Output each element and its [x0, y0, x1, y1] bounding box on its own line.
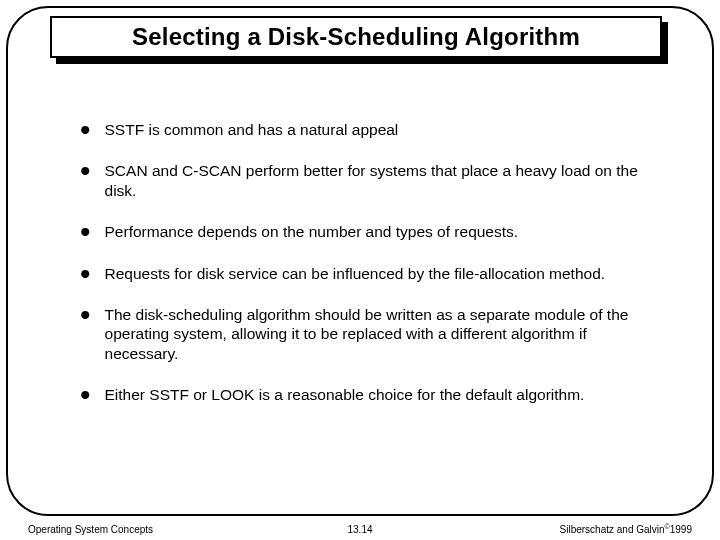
footer-left: Operating System Concepts — [28, 524, 153, 535]
list-item: • Either SSTF or LOOK is a reasonable ch… — [80, 385, 640, 404]
slide-title: Selecting a Disk-Scheduling Algorithm — [132, 23, 580, 51]
bullet-text: Performance depends on the number and ty… — [105, 222, 519, 241]
bullet-icon: • — [80, 309, 91, 321]
bullet-icon: • — [80, 389, 91, 401]
bullet-icon: • — [80, 268, 91, 280]
list-item: • The disk-scheduling algorithm should b… — [80, 305, 640, 363]
slide-footer: Operating System Concepts 13.14 Silbersc… — [0, 520, 720, 538]
footer-right-prefix: Silberschatz and Galvin — [560, 524, 665, 535]
list-item: • SSTF is common and has a natural appea… — [80, 120, 640, 139]
footer-right-year: 1999 — [670, 524, 692, 535]
bullet-list: • SSTF is common and has a natural appea… — [80, 120, 640, 426]
bullet-icon: • — [80, 124, 91, 136]
footer-right: Silberschatz and Galvin©1999 — [560, 523, 692, 535]
title-box: Selecting a Disk-Scheduling Algorithm — [50, 16, 662, 58]
bullet-text: SCAN and C-SCAN perform better for syste… — [105, 161, 640, 200]
bullet-text: SSTF is common and has a natural appeal — [105, 120, 399, 139]
list-item: • Requests for disk service can be influ… — [80, 264, 640, 283]
bullet-text: Requests for disk service can be influen… — [105, 264, 606, 283]
bullet-icon: • — [80, 165, 91, 177]
list-item: • SCAN and C-SCAN perform better for sys… — [80, 161, 640, 200]
bullet-text: Either SSTF or LOOK is a reasonable choi… — [105, 385, 585, 404]
bullet-text: The disk-scheduling algorithm should be … — [105, 305, 640, 363]
bullet-icon: • — [80, 226, 91, 238]
list-item: • Performance depends on the number and … — [80, 222, 640, 241]
footer-center: 13.14 — [347, 524, 372, 535]
